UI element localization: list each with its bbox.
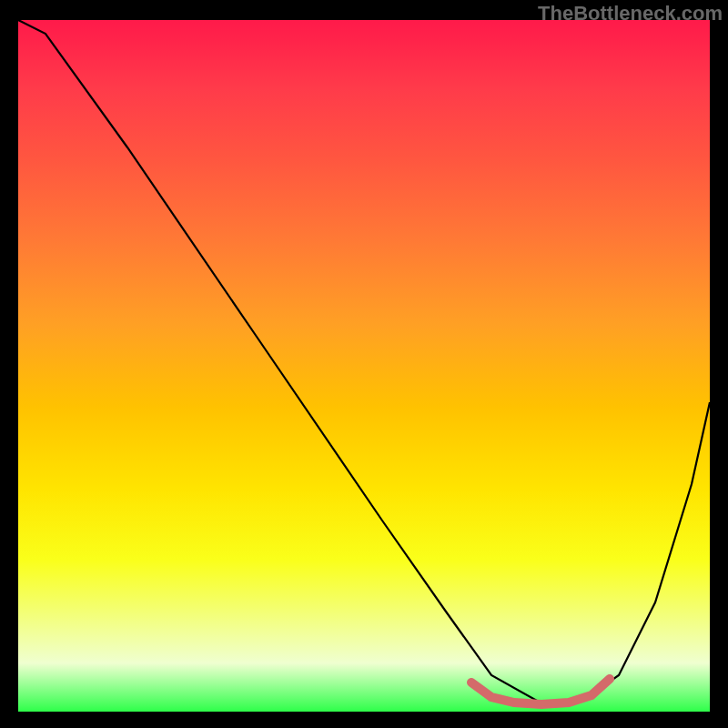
optimal-range-marker [471, 679, 610, 704]
bottleneck-curve [18, 20, 710, 701]
chart-frame [18, 20, 710, 712]
chart-svg [18, 20, 710, 712]
